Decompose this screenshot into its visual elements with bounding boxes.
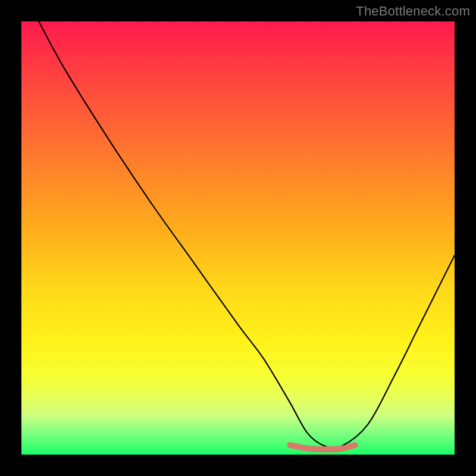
chart-svg [21, 21, 455, 455]
curve-line [39, 21, 455, 448]
chart-frame: TheBottleneck.com [0, 0, 476, 476]
plot-area [21, 21, 455, 455]
watermark-label: TheBottleneck.com [356, 4, 470, 19]
